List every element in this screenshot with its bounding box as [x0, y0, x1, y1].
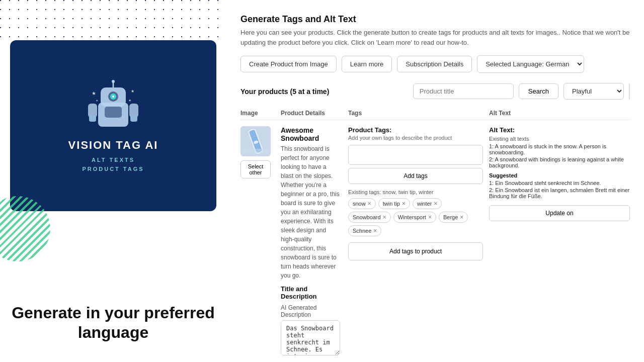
toolbar: Create Product from Image Learn more Sub…: [240, 55, 630, 73]
title-desc-label: Title and Description: [281, 285, 340, 300]
svg-rect-11: [105, 107, 122, 118]
title-desc-section: Title and Description AI Generated Descr…: [281, 285, 340, 362]
remove-tag-twintip[interactable]: ×: [402, 200, 406, 207]
svg-point-4: [112, 96, 114, 98]
tag-chip-winter: winter×: [413, 198, 442, 209]
divider: [629, 83, 630, 100]
svg-text:★: ★: [131, 89, 134, 94]
language-select[interactable]: Selected Language: German Selected Langu…: [477, 55, 584, 73]
existing-alt-2: 2: A snowboard with bindings is leaning …: [489, 156, 630, 168]
suggested-alt-label: Suggested: [489, 172, 630, 178]
tag-input[interactable]: [348, 145, 483, 165]
tag-chip-schnee: Schnee×: [348, 225, 381, 236]
remove-tag-wintersport[interactable]: ×: [428, 214, 432, 221]
suggested-alt-1: 1: Ein Snowboard steht senkrecht im Schn…: [489, 180, 630, 186]
product-description: This snowboard is perfect for anyone loo…: [281, 144, 340, 280]
promo-text: Generate in your preferred language: [10, 303, 216, 342]
alt-text-title: Alt Text:: [489, 126, 630, 134]
subscription-button[interactable]: Subscription Details: [397, 56, 472, 72]
tags-hint: Add your own tags to describe the produc…: [348, 135, 483, 141]
product-name: Awesome Snowboard: [281, 126, 340, 142]
learn-more-button[interactable]: Learn more: [342, 56, 392, 72]
remove-tag-winter[interactable]: ×: [434, 200, 437, 207]
table-header: Image Product Details Tags Alt Text: [240, 105, 630, 120]
col-tags: Tags: [348, 110, 489, 117]
table-row: Select other Awesome Snowboard This snow…: [240, 120, 630, 362]
image-cell: Select other: [240, 126, 281, 178]
page-description: Here you can see your products. Click th…: [240, 28, 630, 47]
left-panel: ★ ★ ★ ★ VISION TAG AI ALT TEXTSPRODUCT T…: [0, 0, 226, 362]
existing-tags-label: Existing tags: snow, twin tip, winter: [348, 189, 483, 195]
ai-description-textarea[interactable]: Das Snowboard steht senkrecht im Schnee.…: [281, 320, 340, 355]
svg-point-6: [112, 80, 115, 83]
ai-desc-label: AI Generated Description: [281, 304, 340, 318]
products-title: Your products (5 at a time): [240, 87, 408, 96]
right-panel: Generate Tags and Alt Text Here you can …: [226, 0, 644, 362]
svg-rect-8: [129, 104, 138, 118]
brand-title: VISION TAG AI: [68, 139, 158, 152]
tag-chip-berge: Berge×: [439, 212, 468, 223]
product-details-cell: Awesome Snowboard This snowboard is perf…: [281, 126, 348, 362]
page-title: Generate Tags and Alt Text: [240, 14, 630, 25]
remove-tag-schnee[interactable]: ×: [373, 227, 377, 234]
tag-chip-snow: snow×: [348, 198, 376, 209]
svg-rect-10: [130, 116, 137, 122]
snowboard-thumbnail: [240, 126, 271, 156]
svg-rect-9: [89, 116, 96, 122]
tag-chip-wintersport: Wintersport×: [393, 212, 436, 223]
dots-decoration: [0, 0, 226, 40]
robot-icon: ★ ★ ★ ★: [86, 77, 141, 133]
brand-card: ★ ★ ★ ★ VISION TAG AI ALT TEXTSPRODUCT T…: [10, 40, 216, 211]
suggested-alt-2: 2: Ein Snowboard ist ein langen, schmale…: [489, 187, 630, 199]
tags-subtitle: Product Tags:: [348, 126, 483, 134]
tone-select[interactable]: Playful Formal Neutral Creative: [564, 83, 624, 100]
product-image: [240, 126, 271, 156]
tag-chip-snowboard: Snowboard×: [348, 212, 391, 223]
svg-text:★: ★: [96, 99, 98, 102]
products-section-header: Your products (5 at a time) Search Playf…: [240, 83, 630, 100]
existing-alt-1: 1: A snowboard is stuck in the snow. A p…: [489, 143, 630, 155]
svg-rect-7: [88, 104, 97, 118]
remove-tag-berge[interactable]: ×: [460, 214, 463, 221]
alt-text-cell: Alt Text: Existing alt texts 1: A snowbo…: [489, 126, 630, 221]
create-product-button[interactable]: Create Product from Image: [240, 56, 337, 72]
existing-alt-label: Existing alt texts: [489, 136, 630, 142]
svg-text:★: ★: [92, 90, 96, 96]
col-product-details: Product Details: [281, 110, 348, 117]
svg-text:★: ★: [128, 99, 131, 102]
add-tags-button[interactable]: Add tags: [348, 168, 483, 184]
remove-tag-snow[interactable]: ×: [368, 200, 371, 207]
page-header: Generate Tags and Alt Text Here you can …: [240, 14, 630, 47]
search-input[interactable]: [413, 83, 514, 99]
col-image: Image: [240, 110, 281, 117]
tags-cell: Product Tags: Add your own tags to descr…: [348, 126, 489, 260]
search-button[interactable]: Search: [519, 83, 558, 99]
brand-subtitle: ALT TEXTSPRODUCT TAGS: [82, 156, 144, 173]
tags-list: snow× twin tip× winter× Snowboard× Winte…: [348, 198, 483, 236]
select-other-button[interactable]: Select other: [240, 160, 271, 178]
tag-chip-twintip: twin tip×: [378, 198, 410, 209]
remove-tag-snowboard[interactable]: ×: [383, 214, 386, 221]
svg-rect-20: [243, 149, 268, 153]
add-tags-to-product-button[interactable]: Add tags to product: [348, 242, 483, 260]
update-alt-button[interactable]: Update on: [489, 205, 630, 221]
col-alt-text: Alt Text: [489, 110, 630, 117]
